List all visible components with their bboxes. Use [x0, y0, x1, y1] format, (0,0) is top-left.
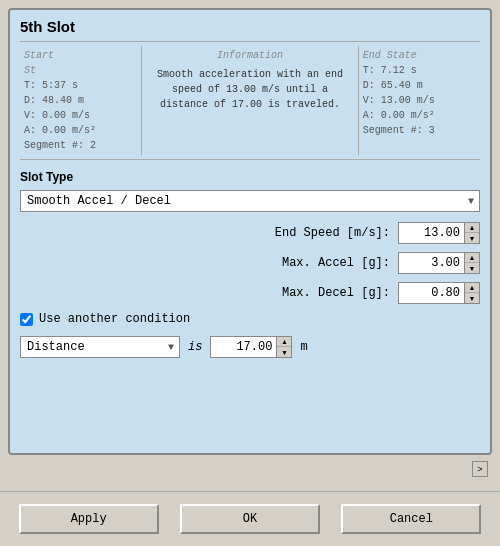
end-speed-input[interactable] — [399, 224, 464, 242]
max-decel-spinner: ▲ ▼ — [398, 282, 480, 304]
start-time: T: 5:37 s — [24, 78, 137, 93]
max-decel-down-button[interactable]: ▼ — [465, 293, 479, 303]
start-state-col: StartSt T: 5:37 s D: 48.40 m V: 0.00 m/s… — [20, 46, 142, 155]
end-state-col: End State T: 7.12 s D: 65.40 m V: 13.00 … — [359, 46, 480, 155]
information-col: Information Smooth acceleration with an … — [142, 46, 359, 155]
ok-button[interactable]: OK — [180, 504, 320, 534]
apply-button[interactable]: Apply — [19, 504, 159, 534]
end-accel: A: 0.00 m/s² — [363, 108, 476, 123]
max-decel-up-button[interactable]: ▲ — [465, 283, 479, 293]
start-segment: Segment #: 2 — [24, 138, 137, 153]
info-row: StartSt T: 5:37 s D: 48.40 m V: 0.00 m/s… — [20, 41, 480, 160]
condition-type-select[interactable]: Distance Time — [20, 336, 180, 358]
window: 5th Slot StartSt T: 5:37 s D: 48.40 m V:… — [0, 0, 500, 546]
condition-value-down-button[interactable]: ▼ — [277, 347, 291, 357]
start-velocity: V: 0.00 m/s — [24, 108, 137, 123]
max-accel-up-button[interactable]: ▲ — [465, 253, 479, 263]
information-text: Smooth acceleration with an end speed of… — [148, 67, 352, 112]
end-time: T: 7.12 s — [363, 63, 476, 78]
slot-type-row: Smooth Accel / Decel Constant Speed Cons… — [20, 190, 480, 212]
slot-type-dropdown-wrapper: Smooth Accel / Decel Constant Speed Cons… — [20, 190, 480, 212]
is-label: is — [188, 340, 202, 354]
slot-panel: 5th Slot StartSt T: 5:37 s D: 48.40 m V:… — [8, 8, 492, 455]
max-accel-spinner-buttons: ▲ ▼ — [464, 253, 479, 273]
slot-type-label: Slot Type — [20, 170, 480, 184]
use-condition-label: Use another condition — [39, 312, 190, 326]
max-decel-label: Max. Decel [g]: — [20, 286, 398, 300]
end-speed-up-button[interactable]: ▲ — [465, 223, 479, 233]
max-decel-spinner-buttons: ▲ ▼ — [464, 283, 479, 303]
condition-row: Distance Time ▼ is ▲ ▼ m — [20, 336, 480, 358]
condition-type-wrapper: Distance Time ▼ — [20, 336, 180, 358]
unit-label: m — [300, 340, 307, 354]
condition-value-input[interactable] — [211, 338, 276, 356]
condition-value-spinner: ▲ ▼ — [210, 336, 292, 358]
end-distance: D: 65.40 m — [363, 78, 476, 93]
condition-value-up-button[interactable]: ▲ — [277, 337, 291, 347]
max-accel-down-button[interactable]: ▼ — [465, 263, 479, 273]
end-speed-row: End Speed [m/s]: ▲ ▼ — [20, 222, 480, 244]
max-accel-input[interactable] — [399, 254, 464, 272]
slot-type-select[interactable]: Smooth Accel / Decel Constant Speed Cons… — [20, 190, 480, 212]
use-condition-checkbox[interactable] — [20, 313, 33, 326]
start-label: StartSt — [24, 48, 137, 78]
max-accel-row: Max. Accel [g]: ▲ ▼ — [20, 252, 480, 274]
bottom-bar: Apply OK Cancel — [0, 491, 500, 546]
end-speed-label: End Speed [m/s]: — [20, 226, 398, 240]
scrollbar-area: > — [8, 455, 492, 483]
max-decel-input[interactable] — [399, 284, 464, 302]
main-area: 5th Slot StartSt T: 5:37 s D: 48.40 m V:… — [0, 0, 500, 491]
end-segment: Segment #: 3 — [363, 123, 476, 138]
slot-title: 5th Slot — [20, 18, 480, 35]
end-speed-spinner: ▲ ▼ — [398, 222, 480, 244]
end-speed-spinner-buttons: ▲ ▼ — [464, 223, 479, 243]
condition-value-spinner-buttons: ▲ ▼ — [276, 337, 291, 357]
start-distance: D: 48.40 m — [24, 93, 137, 108]
end-speed-down-button[interactable]: ▼ — [465, 233, 479, 243]
max-decel-row: Max. Decel [g]: ▲ ▼ — [20, 282, 480, 304]
scroll-right-button[interactable]: > — [472, 461, 488, 477]
end-velocity: V: 13.00 m/s — [363, 93, 476, 108]
max-accel-label: Max. Accel [g]: — [20, 256, 398, 270]
max-accel-spinner: ▲ ▼ — [398, 252, 480, 274]
end-label: End State — [363, 48, 476, 63]
information-label: Information — [148, 48, 352, 63]
cancel-button[interactable]: Cancel — [341, 504, 481, 534]
condition-checkbox-row: Use another condition — [20, 312, 480, 326]
start-accel: A: 0.00 m/s² — [24, 123, 137, 138]
